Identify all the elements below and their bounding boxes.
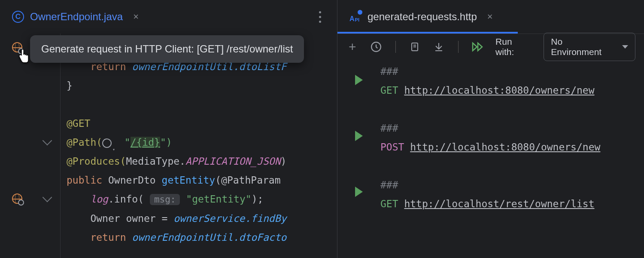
http-gutter (337, 62, 380, 258)
generate-request-tooltip: Generate request in HTTP Client: [GET] /… (30, 35, 304, 63)
endpoint-gutter-icon[interactable] (12, 194, 22, 204)
http-file-icon (349, 11, 361, 23)
code-token: ownerEndpointUtil.dtoFacto (126, 232, 286, 243)
inlay-hint: msg: (150, 194, 180, 205)
http-editor[interactable]: ### GET http://localhost:8080/owners/new… (337, 59, 644, 258)
convert-icon[interactable] (433, 40, 446, 53)
java-editor[interactable]: log.info( msg: "getList"); return ownerE… (0, 34, 337, 258)
tab-title: generated-requests.http (368, 11, 477, 23)
http-method: GET (380, 198, 398, 209)
code-token: } (67, 80, 73, 91)
code-text[interactable]: log.info( msg: "getList"); return ownerE… (60, 34, 337, 258)
code-token: ownerService.findBy (173, 213, 286, 224)
examples-icon[interactable] (409, 40, 422, 53)
http-method: POST (380, 141, 404, 153)
run-with-label: Run with: (495, 37, 532, 57)
code-token: .info( (108, 194, 144, 205)
http-method: GET (380, 85, 398, 96)
annotation-produces: @Produces( (67, 156, 126, 167)
url-globe-icon[interactable] (102, 138, 112, 148)
cursor-pointer-icon (17, 49, 30, 67)
request-url[interactable]: http://localhost:8080/owners/new (410, 141, 600, 153)
code-token: getEntity (162, 175, 216, 186)
request-separator: ### (380, 66, 398, 77)
environment-select[interactable]: No Environment (544, 33, 635, 61)
code-token: (@PathParam (215, 175, 286, 186)
request-separator: ### (380, 179, 398, 190)
request-url[interactable]: http://localhost/rest/owner/list (404, 198, 594, 209)
left-tab-bar: C OwnerEndpoint.java × (0, 0, 337, 34)
run-request-icon[interactable] (355, 131, 363, 141)
close-icon[interactable]: × (487, 11, 493, 22)
code-token: OwnerDto (102, 175, 161, 186)
run-request-icon[interactable] (355, 187, 363, 197)
code-token: return (90, 232, 126, 243)
request-url[interactable]: http://localhost:8080/owners/new (404, 85, 594, 96)
tab-owner-endpoint[interactable]: C OwnerEndpoint.java × (9, 0, 142, 34)
annotation-path: @Path( (67, 137, 102, 148)
run-all-icon[interactable] (471, 40, 484, 53)
annotation-get: @GET (67, 118, 90, 129)
run-request-icon[interactable] (355, 75, 363, 85)
chevron-down-icon[interactable] (43, 193, 52, 203)
fold-gutter (34, 34, 60, 258)
code-token: "getEntity" (186, 194, 251, 205)
code-token: MediaType. (126, 156, 185, 167)
code-token: " (125, 137, 131, 148)
code-token: ) (281, 156, 287, 167)
http-toolbar: + Run with: No Environment (337, 34, 644, 59)
java-class-icon: C (12, 11, 24, 23)
add-request-icon[interactable]: + (346, 40, 359, 53)
code-token: ") (160, 137, 172, 148)
toolbar-separator (395, 41, 396, 53)
code-token: APPLICATION_JSON (185, 156, 281, 167)
chevron-down-icon[interactable] (43, 136, 52, 146)
tab-menu-kebab-icon[interactable] (311, 6, 328, 28)
code-token: Owner owner = (90, 213, 173, 224)
environment-value: No Environment (551, 37, 614, 57)
http-code-text[interactable]: ### GET http://localhost:8080/owners/new… (380, 62, 644, 258)
toolbar-separator (458, 41, 459, 53)
chevron-down-icon (622, 45, 628, 49)
tab-generated-requests[interactable]: generated-requests.http × (346, 0, 496, 34)
history-icon[interactable] (370, 40, 383, 53)
close-icon[interactable]: × (133, 11, 139, 22)
active-tab-indicator (337, 32, 518, 34)
request-separator: ### (380, 123, 398, 134)
code-token: log (90, 194, 108, 205)
code-token: public (67, 175, 102, 186)
gutter-icons (0, 34, 34, 258)
code-token: ); (252, 194, 264, 205)
tab-title: OwnerEndpoint.java (30, 11, 123, 23)
right-tab-bar: generated-requests.http × (337, 0, 644, 34)
path-link[interactable]: /{id} (131, 137, 160, 148)
